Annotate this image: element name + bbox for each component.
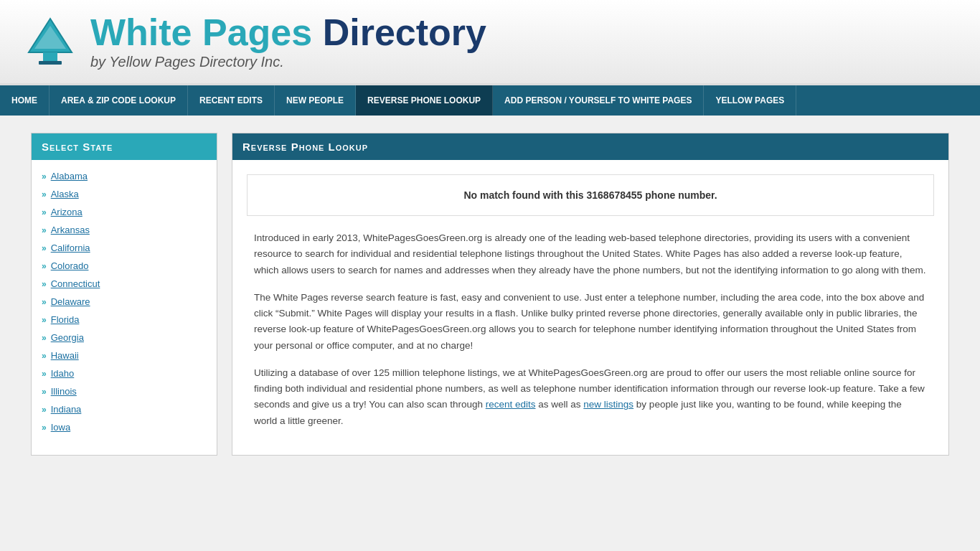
logo-subtitle: by Yellow Pages Directory Inc. bbox=[90, 54, 486, 70]
chevron-right-icon: » bbox=[42, 369, 47, 379]
nav-item-recent-edits[interactable]: RECENT EDITS bbox=[188, 85, 275, 116]
chevron-right-icon: » bbox=[42, 279, 47, 289]
sidebar-state-item: »Arkansas bbox=[32, 221, 217, 239]
description-para2: The White Pages reverse search feature i… bbox=[254, 290, 927, 354]
state-link-california[interactable]: California bbox=[51, 242, 90, 253]
state-link-alaska[interactable]: Alaska bbox=[51, 189, 79, 199]
recent-edits-link[interactable]: recent edits bbox=[486, 399, 536, 410]
nav-item-new-people[interactable]: NEW PEOPLE bbox=[275, 85, 356, 116]
sidebar-state-item: »Georgia bbox=[32, 329, 217, 347]
sidebar-state-item: »Florida bbox=[32, 311, 217, 329]
logo-text-area: White Pages Directory by Yellow Pages Di… bbox=[90, 14, 486, 70]
chevron-right-icon: » bbox=[42, 207, 47, 217]
nav-item-area-zip-code-lookup[interactable]: AREA & ZIP CODE LOOKUP bbox=[50, 85, 188, 116]
logo-area: White Pages Directory by Yellow Pages Di… bbox=[22, 13, 486, 70]
sidebar: Select State »Alabama»Alaska»Arizona»Ark… bbox=[31, 133, 217, 456]
chevron-right-icon: » bbox=[42, 387, 47, 397]
page-header: White Pages Directory by Yellow Pages Di… bbox=[0, 0, 980, 85]
state-link-florida[interactable]: Florida bbox=[51, 314, 80, 325]
logo-title: White Pages Directory bbox=[90, 14, 486, 51]
sidebar-header: Select State bbox=[32, 133, 217, 160]
sidebar-state-list: »Alabama»Alaska»Arizona»Arkansas»Califor… bbox=[32, 160, 217, 443]
nav-item-add-person-yourself-to-white-pages[interactable]: ADD PERSON / YOURSELF TO WHITE PAGES bbox=[493, 85, 704, 116]
sidebar-state-item: »Illinois bbox=[32, 382, 217, 400]
nav-item-yellow-pages[interactable]: YELLOW PAGES bbox=[704, 85, 796, 116]
description-para1: Introduced in early 2013, WhitePagesGoes… bbox=[254, 230, 927, 278]
sidebar-state-item: »Idaho bbox=[32, 364, 217, 382]
sidebar-state-item: »Hawaii bbox=[32, 347, 217, 364]
chevron-right-icon: » bbox=[42, 261, 47, 271]
sidebar-state-item: »Arizona bbox=[32, 203, 217, 221]
sidebar-state-item: »Indiana bbox=[32, 400, 217, 418]
main-nav: HOMEAREA & ZIP CODE LOOKUPRECENT EDITSNE… bbox=[0, 85, 980, 116]
chevron-right-icon: » bbox=[42, 423, 47, 433]
content-body: No match found with this 3168678455 phon… bbox=[232, 160, 948, 455]
chevron-right-icon: » bbox=[42, 171, 47, 182]
chevron-right-icon: » bbox=[42, 405, 47, 415]
state-link-iowa[interactable]: Iowa bbox=[51, 422, 70, 433]
content-area: Reverse Phone Lookup No match found with… bbox=[232, 133, 949, 456]
state-link-arizona[interactable]: Arizona bbox=[51, 207, 83, 217]
content-panel-header: Reverse Phone Lookup bbox=[232, 133, 948, 160]
state-link-arkansas[interactable]: Arkansas bbox=[51, 225, 90, 235]
state-link-delaware[interactable]: Delaware bbox=[51, 296, 90, 307]
sidebar-state-item: »California bbox=[32, 239, 217, 257]
para3-mid: as well as bbox=[538, 399, 583, 410]
state-link-colorado[interactable]: Colorado bbox=[51, 260, 89, 271]
sidebar-state-item: »Alabama bbox=[32, 167, 217, 185]
chevron-right-icon: » bbox=[42, 351, 47, 361]
chevron-right-icon: » bbox=[42, 189, 47, 199]
state-link-indiana[interactable]: Indiana bbox=[51, 404, 82, 415]
chevron-right-icon: » bbox=[42, 333, 47, 343]
state-link-illinois[interactable]: Illinois bbox=[51, 386, 77, 397]
sidebar-state-item: »Iowa bbox=[32, 418, 217, 436]
state-link-hawaii[interactable]: Hawaii bbox=[51, 350, 79, 361]
description-para3: Utilizing a database of over 125 million… bbox=[254, 365, 927, 429]
state-link-georgia[interactable]: Georgia bbox=[51, 332, 84, 343]
chevron-right-icon: » bbox=[42, 315, 47, 325]
state-link-alabama[interactable]: Alabama bbox=[51, 171, 88, 182]
new-listings-link[interactable]: new listings bbox=[583, 399, 633, 410]
nav-item-reverse-phone-lookup[interactable]: REVERSE PHONE LOOKUP bbox=[356, 85, 493, 116]
nav-item-home[interactable]: HOME bbox=[0, 85, 50, 116]
main-content: Select State »Alabama»Alaska»Arizona»Ark… bbox=[17, 116, 963, 473]
state-link-idaho[interactable]: Idaho bbox=[51, 368, 75, 379]
chevron-right-icon: » bbox=[42, 297, 47, 307]
logo-directory: Directory bbox=[323, 11, 486, 53]
sidebar-state-item: »Delaware bbox=[32, 293, 217, 311]
no-match-message: No match found with this 3168678455 phon… bbox=[247, 174, 934, 216]
chevron-right-icon: » bbox=[42, 225, 47, 235]
logo-white-pages: White Pages bbox=[90, 11, 312, 53]
sidebar-state-item: »Colorado bbox=[32, 257, 217, 275]
logo-icon bbox=[22, 13, 79, 70]
chevron-right-icon: » bbox=[42, 243, 47, 253]
sidebar-state-item: »Connecticut bbox=[32, 275, 217, 293]
description-section: Introduced in early 2013, WhitePagesGoes… bbox=[247, 230, 934, 429]
svg-rect-2 bbox=[39, 61, 62, 65]
state-link-connecticut[interactable]: Connecticut bbox=[51, 278, 100, 289]
svg-rect-1 bbox=[43, 52, 57, 62]
sidebar-state-item: »Alaska bbox=[32, 185, 217, 203]
